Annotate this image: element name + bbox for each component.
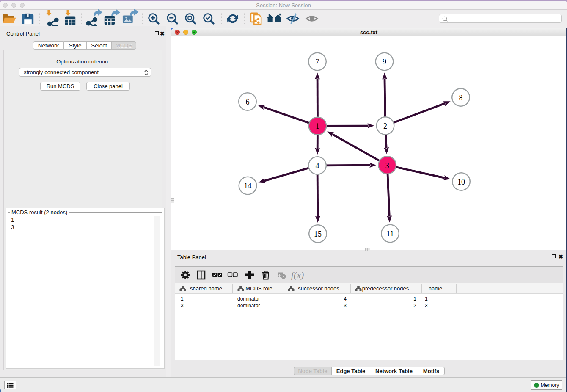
svg-text:f(x): f(x) bbox=[291, 270, 304, 280]
svg-text:9: 9 bbox=[383, 58, 386, 66]
svg-text:10: 10 bbox=[457, 178, 465, 186]
svg-text:7: 7 bbox=[316, 58, 319, 66]
svg-text:15: 15 bbox=[314, 230, 322, 238]
svg-text:predecessor nodes: predecessor nodes bbox=[362, 285, 409, 292]
svg-text:successor nodes: successor nodes bbox=[298, 285, 339, 292]
svg-text:8: 8 bbox=[459, 94, 463, 102]
svg-text:shared name: shared name bbox=[190, 285, 222, 292]
svg-text:3: 3 bbox=[385, 161, 389, 170]
svg-text:4: 4 bbox=[316, 162, 319, 170]
svg-text:name: name bbox=[429, 285, 443, 292]
svg-text:6: 6 bbox=[246, 98, 250, 106]
svg-text:2: 2 bbox=[383, 122, 387, 130]
svg-text:11: 11 bbox=[386, 229, 394, 238]
svg-text:1: 1 bbox=[316, 122, 319, 130]
svg-text:MCDS role: MCDS role bbox=[245, 285, 272, 292]
svg-text:14: 14 bbox=[244, 182, 252, 190]
